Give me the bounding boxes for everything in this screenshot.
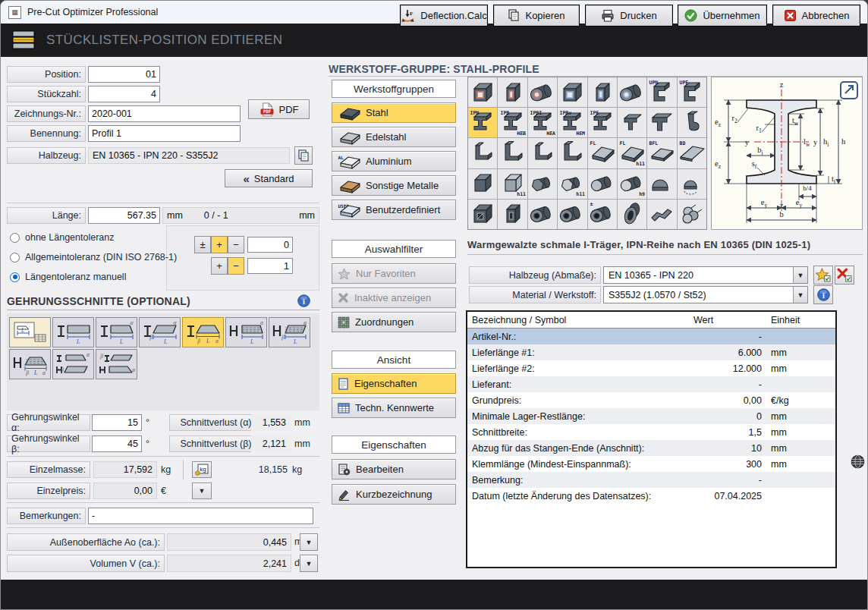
- chevron-down-icon[interactable]: ▼: [793, 287, 807, 303]
- profile-type-tube-round[interactable]: [618, 77, 646, 107]
- material-group-aluminium[interactable]: ALAluminium: [332, 151, 456, 171]
- profile-type-angle[interactable]: [468, 138, 497, 168]
- table-row[interactable]: Minimale Lager-Restlänge: 0 mm: [467, 408, 835, 424]
- profile-type-tube-round-thick[interactable]: [528, 200, 557, 229]
- globe-icon[interactable]: [851, 454, 865, 469]
- name-input[interactable]: Profil 1: [88, 125, 241, 142]
- tolerance-radio-2[interactable]: Längentoleranz manuell: [10, 269, 126, 285]
- profile-type-ipbv[interactable]: IPBvHEM: [558, 108, 587, 137]
- length-input[interactable]: 567.35: [88, 207, 160, 224]
- remarks-input[interactable]: -: [88, 508, 313, 524]
- view-eigenschaften[interactable]: Eigenschaften: [332, 373, 456, 394]
- pdf-button[interactable]: PDF PDF: [248, 99, 310, 119]
- profile-type-fl[interactable]: FL: [588, 138, 617, 168]
- drawing-no-input[interactable]: 2020-001: [88, 105, 241, 122]
- table-row[interactable]: Schnittbreite: 1,5 mm: [467, 424, 835, 440]
- profile-type-bd[interactable]: BD: [678, 138, 706, 168]
- profile-type-tube-square[interactable]: [468, 77, 497, 107]
- stock-size-combo[interactable]: EN 10365 - IPN 220 ▼: [603, 266, 808, 284]
- drucken-button[interactable]: Drucken: [586, 5, 672, 26]
- material-group-stahl[interactable]: Stahl: [332, 102, 456, 123]
- abbrechen-button[interactable]: Abbrechen: [773, 5, 860, 26]
- profile-type-zbeam[interactable]: [678, 108, 706, 137]
- kopieren-button[interactable]: Kopieren: [494, 5, 579, 26]
- miter-angle-beta-input[interactable]: 45: [92, 435, 142, 452]
- miter-option-h-para[interactable]: αβL: [269, 317, 310, 347]
- unit-price-dropdown[interactable]: ▼: [192, 483, 212, 499]
- profile-type-tube-square[interactable]: [558, 77, 587, 107]
- radio-icon[interactable]: [10, 233, 20, 243]
- miter-angle-alpha-input[interactable]: 15: [92, 414, 142, 431]
- tolerance-lower-minus-button[interactable]: −: [228, 257, 244, 275]
- profile-type-tbeam-wide[interactable]: [647, 108, 676, 137]
- table-row[interactable]: Abzug für das Stangen-Ende (Anschnitt): …: [467, 440, 835, 456]
- deflection.calc-button[interactable]: FDeflection.Calc: [401, 5, 487, 26]
- profile-type-angle-tall[interactable]: [498, 138, 527, 168]
- material-combo[interactable]: S355J2 (1.0570 / St52) ▼: [603, 286, 808, 303]
- profile-type-ipbi[interactable]: IPBIHEA: [528, 108, 557, 137]
- profile-type-bar-halfround[interactable]: [647, 169, 676, 199]
- favorite-toggle-button[interactable]: [813, 266, 833, 285]
- radio-icon[interactable]: [10, 253, 20, 263]
- miter-option-h-straight[interactable]: αL: [225, 317, 267, 347]
- profile-type-±[interactable]: ±: [588, 200, 617, 229]
- tolerance-upper-input[interactable]: 0: [247, 237, 293, 253]
- profile-type-bar-bundle[interactable]: [678, 200, 706, 229]
- profile-type-angle[interactable]: [528, 138, 557, 168]
- view-techn-kennwerte[interactable]: Techn. Kennwerte: [332, 398, 456, 418]
- profile-type-bar-square[interactable]: [468, 169, 497, 199]
- miter-option-combo2[interactable]: βα: [96, 349, 137, 379]
- table-row[interactable]: Klemmlänge (Mindest-Einspannmaß): 300 mm: [467, 456, 835, 472]
- miter-option-straight[interactable]: L: [52, 317, 94, 347]
- profile-type-upe[interactable]: UPE: [678, 77, 706, 107]
- material-group-edelstahl[interactable]: Edelstahl: [332, 127, 456, 147]
- miter-option-h-trap[interactable]: βLα: [9, 349, 51, 379]
- profile-type-fl[interactable]: FLh11: [618, 138, 646, 168]
- table-row[interactable]: Grundpreis: 0,00 €/kg: [467, 392, 835, 408]
- profile-type-tube-square-weld[interactable]: [468, 200, 497, 229]
- copy-stock-button[interactable]: [294, 146, 313, 165]
- miter-option-alpha[interactable]: αL: [96, 317, 137, 347]
- filter-nur-favoriten[interactable]: Nur Favoriten: [332, 263, 456, 284]
- profile-type-bfl[interactable]: BFL: [647, 138, 676, 168]
- profile-type-bar-round[interactable]: [588, 169, 617, 199]
- position-input[interactable]: 01: [88, 66, 160, 83]
- profile-type-profile-special[interactable]: [647, 200, 676, 229]
- profile-type-tube-oval[interactable]: [618, 200, 646, 229]
- tolerance-pm-button[interactable]: ±: [194, 236, 211, 253]
- material-info-button[interactable]: i: [813, 285, 833, 304]
- profile-type-ipe[interactable]: IPE: [588, 108, 617, 137]
- tolerance-radio-0[interactable]: ohne Längentoleranz: [10, 230, 114, 245]
- tolerance-lower-input[interactable]: 1: [247, 258, 293, 274]
- miter-info-icon[interactable]: i: [297, 294, 310, 307]
- tolerance-radio-1[interactable]: Allgemeintoleranz (DIN ISO 2768-1): [10, 250, 177, 265]
- surface-dropdown[interactable]: ▼: [300, 533, 318, 551]
- radio-icon[interactable]: [10, 272, 20, 282]
- kg-toggle-button[interactable]: kg: [192, 461, 212, 478]
- profile-type-bar-square[interactable]: h11: [498, 169, 527, 199]
- filter-inaktive-anzeigen[interactable]: Inaktive anzeigen: [332, 288, 456, 308]
- table-row[interactable]: Datum (letzte Änderung des Datensatzes):…: [467, 488, 835, 504]
- profile-type-tube-round-thick[interactable]: [558, 200, 587, 229]
- profile-type-tube-rect[interactable]: [498, 77, 527, 107]
- table-row[interactable]: Artikel-Nr.: -: [467, 329, 835, 344]
- profile-type-tube-rect[interactable]: [588, 77, 617, 107]
- übernehmen-button[interactable]: Übernehmen: [678, 5, 766, 26]
- quantity-input[interactable]: 4: [88, 86, 160, 102]
- tolerance-upper-minus-button[interactable]: −: [228, 236, 244, 253]
- material-group-benutzerdefiniert[interactable]: USERBenutzerdefiniert: [332, 200, 456, 220]
- tolerance-upper-plus-button[interactable]: +: [211, 236, 228, 253]
- standard-button[interactable]: « Standard: [225, 169, 313, 187]
- table-row[interactable]: Lieferlänge #1: 6.000 mm: [467, 344, 835, 360]
- profile-type-upn[interactable]: UPN: [647, 77, 676, 107]
- table-row[interactable]: Bemerkung: -: [467, 472, 835, 488]
- filter-zuordnungen[interactable]: Zuordnungen: [332, 312, 456, 332]
- properties-kurzbezeichnung[interactable]: Kurzbezeichnung: [332, 484, 456, 505]
- profile-type-ipn[interactable]: IPN: [468, 108, 497, 137]
- miter-option-drawing[interactable]: L: [9, 317, 51, 347]
- chevron-down-icon[interactable]: ▼: [793, 267, 807, 283]
- profile-type-bar-hex[interactable]: [528, 169, 557, 199]
- table-row[interactable]: Lieferlänge #2: 12.000 mm: [467, 360, 835, 376]
- profile-type-bar-hex[interactable]: h11: [558, 169, 587, 199]
- material-group-sonstige-metalle[interactable]: Sonstige Metalle: [332, 175, 456, 196]
